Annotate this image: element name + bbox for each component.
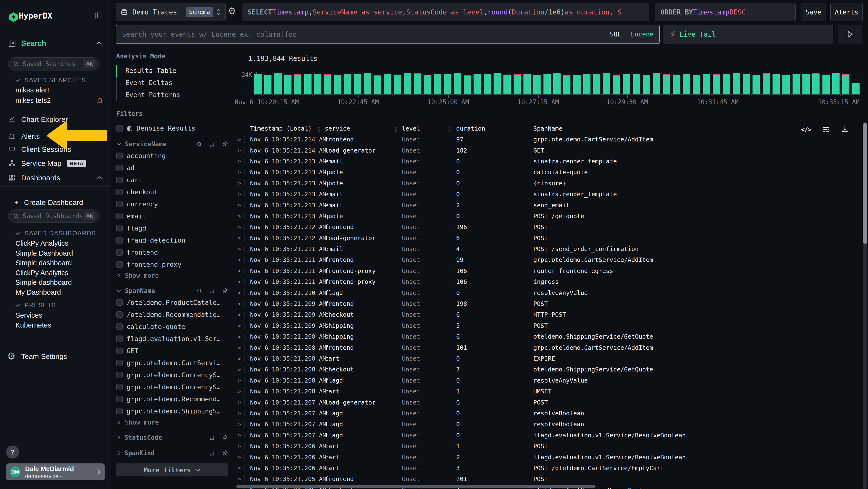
more-filters-button[interactable]: More filters — [116, 463, 228, 477]
table-row[interactable]: >Nov 6 10:35:21.212 AMload-generatorUnse… — [231, 233, 858, 243]
histogram-bar[interactable] — [344, 74, 351, 94]
table-row[interactable]: >Nov 6 10:35:21.213 AMemailUnset0sinatra… — [231, 156, 858, 167]
table-row[interactable]: >Nov 6 10:35:21.210 AMflagdUnset0resolve… — [231, 287, 858, 298]
search-icon[interactable] — [196, 288, 203, 294]
histogram-bar[interactable] — [733, 73, 740, 94]
histogram-bar[interactable] — [583, 74, 590, 94]
filter-option[interactable]: grpc.oteldemo.CartServi… — [116, 357, 228, 369]
saved-dashboard-item[interactable]: Simple Dashboard — [16, 249, 73, 257]
user-menu[interactable]: DM Dale McDiarmid demo-service - — [6, 463, 105, 480]
histogram-bar[interactable] — [832, 73, 840, 94]
histogram-bar[interactable] — [424, 75, 431, 94]
preset-item[interactable]: Kubernetes — [16, 321, 51, 329]
help-button[interactable]: ? — [6, 445, 19, 459]
histogram-bar[interactable] — [514, 74, 521, 94]
checkbox[interactable] — [116, 152, 123, 159]
table-row[interactable]: >Nov 6 10:35:21.206 AMcartUnset2flagd.ev… — [231, 452, 858, 462]
filter-option[interactable]: currency — [116, 198, 228, 210]
table-row[interactable]: >Nov 6 10:35:21.214 AMload-generatorUnse… — [231, 145, 858, 156]
table-row[interactable]: >Nov 6 10:35:21.214 AMfrontendUnset97grp… — [231, 134, 858, 145]
source-selector[interactable]: Demo Traces Schema — [116, 3, 226, 21]
histogram-bar[interactable] — [574, 75, 581, 94]
table-row[interactable]: >Nov 6 10:35:21.208 AMcheckoutUnset7otel… — [231, 364, 858, 375]
histogram-bar[interactable] — [284, 75, 291, 94]
drag-handle-icon[interactable] — [394, 126, 398, 132]
horizontal-scrollbar-thumb[interactable] — [236, 485, 595, 488]
saved-dashboards-input[interactable]: Saved Dashboards ⌘K — [8, 209, 99, 223]
checkbox[interactable] — [116, 165, 123, 171]
histogram-bar[interactable] — [703, 74, 710, 94]
saved-dashboard-item[interactable]: Simple dashboard — [16, 259, 72, 267]
table-row[interactable]: >Nov 6 10:35:21.211 AMfrontend-proxyUnse… — [231, 276, 858, 287]
table-row[interactable]: >Nov 6 10:35:21.207 AMflagdUnset0resolve… — [231, 408, 858, 419]
checkbox[interactable] — [116, 201, 123, 207]
checkbox[interactable] — [116, 348, 123, 354]
table-row[interactable]: >Nov 6 10:35:21.213 AMquoteUnset0calcula… — [231, 167, 858, 178]
column-header-level[interactable]: level — [402, 125, 456, 132]
table-row[interactable]: >Nov 6 10:35:21.211 AMemailUnset4POST /s… — [231, 243, 858, 254]
collapse-panel-icon[interactable] — [94, 11, 102, 19]
expand-row-icon[interactable]: > — [238, 410, 244, 416]
saved-dashboard-item[interactable]: Simple dashboard — [16, 279, 72, 287]
expand-row-icon[interactable]: > — [238, 202, 244, 208]
expand-row-icon[interactable]: > — [238, 213, 244, 219]
expand-row-icon[interactable]: > — [238, 399, 244, 405]
checkbox[interactable] — [116, 177, 123, 183]
presets-header[interactable]: PRESETS — [15, 302, 56, 309]
analysis-mode-event-patterns[interactable]: Event Patterns — [116, 89, 228, 101]
filter-group-servicename[interactable]: ServiceName — [116, 139, 228, 150]
histogram-bar[interactable] — [394, 75, 401, 94]
filter-option[interactable]: checkout — [116, 186, 228, 198]
expand-row-icon[interactable]: > — [238, 465, 244, 471]
analysis-mode-results-table[interactable]: Results Table — [116, 65, 228, 77]
checkbox[interactable] — [116, 359, 123, 366]
filter-option[interactable]: cart — [116, 174, 228, 186]
expand-row-icon[interactable]: > — [238, 191, 244, 197]
table-row[interactable]: >Nov 6 10:35:21.209 AMshippingUnset5POST — [231, 320, 858, 331]
histogram-bar[interactable] — [454, 73, 461, 94]
filter-option[interactable]: frontend — [116, 246, 228, 258]
saved-dashboards-header[interactable]: SAVED DASHBOARDS — [15, 230, 96, 237]
histogram-bar[interactable] — [793, 74, 800, 94]
histogram-bar[interactable] — [384, 74, 391, 94]
save-button[interactable]: Save — [801, 3, 826, 21]
expand-row-icon[interactable]: > — [238, 366, 244, 373]
table-row[interactable]: >Nov 6 10:35:21.213 AMquoteUnset0{closur… — [231, 178, 858, 189]
histogram-bar[interactable] — [264, 75, 272, 94]
filter-option[interactable]: flagd.evaluation.v1.Ser… — [116, 333, 228, 345]
expand-row-icon[interactable]: > — [238, 257, 244, 263]
histogram-bar[interactable] — [484, 74, 491, 94]
expand-row-icon[interactable]: > — [238, 279, 244, 285]
filter-option[interactable]: calculate-quote — [116, 320, 228, 333]
pin-icon[interactable] — [222, 434, 228, 441]
filter-option[interactable]: /oteldemo.Recommendatio… — [116, 309, 228, 320]
histogram-bar[interactable] — [544, 74, 551, 94]
analysis-mode-event-deltas[interactable]: Event Deltas — [116, 77, 228, 89]
histogram-bar[interactable] — [763, 74, 770, 94]
table-row[interactable]: >Nov 6 10:35:21.205 AMfrontendUnset201PO… — [231, 473, 858, 484]
histogram-bar[interactable] — [633, 74, 640, 94]
histogram-bar[interactable] — [773, 74, 780, 94]
checkbox[interactable] — [116, 408, 123, 414]
column-header-service[interactable]: service — [325, 125, 402, 132]
table-row[interactable]: >Nov 6 10:35:21.206 AMcartUnset1POST — [231, 441, 858, 452]
pin-icon[interactable] — [222, 141, 228, 147]
sidebar-item-dashboards[interactable]: Dashboards — [0, 172, 111, 184]
sidebar-item-chart-explorer[interactable]: Chart Explorer — [0, 113, 111, 126]
table-row[interactable]: >Nov 6 10:35:21.211 AMfrontendUnset99grp… — [231, 254, 858, 265]
sql-orderby-input[interactable]: ORDER BY Timestamp DESC — [655, 3, 796, 21]
histogram-bar[interactable] — [842, 74, 849, 94]
expand-row-icon[interactable]: > — [238, 355, 244, 362]
histogram-bar[interactable] — [643, 75, 650, 94]
histogram-bar[interactable] — [623, 74, 630, 94]
column-header-timestamp-local-[interactable]: Timestamp (Local) — [250, 125, 325, 132]
table-row[interactable]: >Nov 6 10:35:21.213 AMquoteUnset0POST /g… — [231, 211, 858, 222]
histogram-bar[interactable] — [533, 75, 540, 94]
sidebar-item-team-settings[interactable]: ⚙ Team Settings — [0, 350, 111, 363]
histogram-bar[interactable] — [444, 74, 451, 94]
create-dashboard-button[interactable]: +Create Dashboard — [14, 198, 83, 207]
table-row[interactable]: >Nov 6 10:35:21.208 AMshippingUnset6otel… — [231, 331, 858, 342]
checkbox[interactable] — [116, 249, 123, 256]
checkbox[interactable] — [116, 384, 123, 390]
mode-lucene[interactable]: Lucene — [631, 31, 653, 38]
